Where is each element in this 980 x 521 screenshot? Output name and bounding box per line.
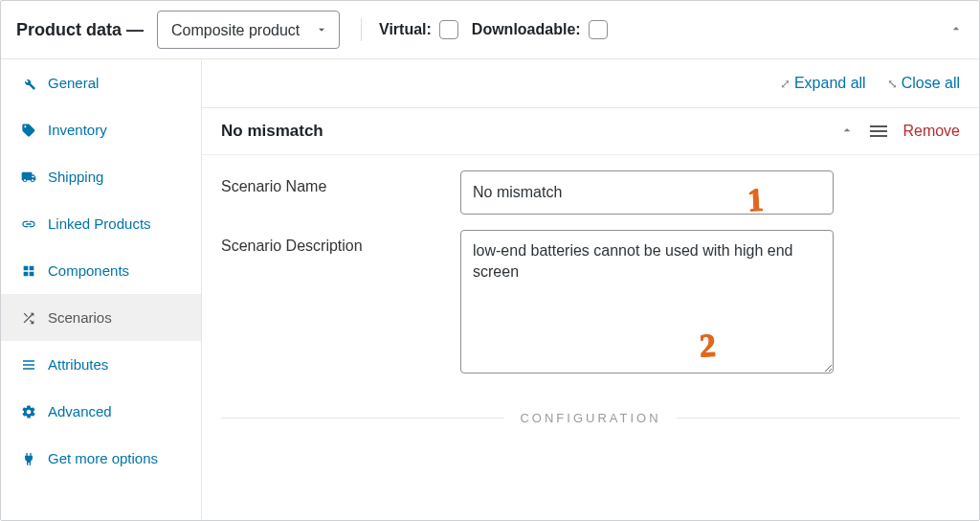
drag-handle[interactable] [868,124,889,139]
product-type-select[interactable]: Composite product [157,11,340,49]
scenario-name-label: Scenario Name [221,170,432,215]
sidebar-item-get-more-options[interactable]: Get more options [1,435,201,482]
components-icon [21,263,38,279]
sidebar-item-label: Attributes [48,356,108,373]
expand-all-label: Expand all [794,75,866,92]
content-toolbar: ⤢ Expand all ⤡ Close all [202,59,979,107]
virtual-checkbox[interactable] [439,20,458,39]
expand-icon: ⤢ [780,77,791,91]
truck-icon [21,170,38,185]
configuration-divider: CONFIGURATION [202,392,979,444]
product-data-panel: Product data — Composite product Virtual… [0,0,980,521]
expand-all-link[interactable]: ⤢ Expand all [780,75,866,92]
link-icon [21,216,38,232]
sidebar-item-components[interactable]: Components [1,247,201,294]
separator [361,18,362,41]
configuration-heading: CONFIGURATION [520,411,660,425]
scenario-header: No mismatch Remove [202,108,979,155]
shuffle-icon [21,310,38,326]
sidebar-item-label: Components [48,262,129,279]
scenario-description-input[interactable] [460,230,834,374]
virtual-label: Virtual: [379,21,432,38]
close-all-label: Close all [902,75,960,92]
sidebar-item-label: General [48,75,99,91]
list-icon [21,357,38,373]
triangle-up-icon [948,21,964,36]
tag-icon [21,123,38,138]
sidebar-item-label: Linked Products [48,215,151,232]
scenario-name-input[interactable] [460,170,834,215]
downloadable-toggle[interactable]: Downloadable: [472,20,608,39]
downloadable-checkbox[interactable] [589,20,608,39]
sidebar-item-attributes[interactable]: Attributes [1,341,201,388]
remove-scenario-link[interactable]: Remove [902,123,960,140]
sidebar-item-linked-products[interactable]: Linked Products [1,200,201,247]
virtual-toggle[interactable]: Virtual: [379,20,458,39]
sidebar-item-scenarios[interactable]: Scenarios [1,294,201,341]
scenario-block: No mismatch Remove Scenario Name [202,107,979,444]
sidebar-item-label: Inventory [48,122,107,138]
scenario-description-label: Scenario Description [221,230,432,376]
panel-header: Product data — Composite product Virtual… [1,1,979,59]
close-all-link[interactable]: ⤡ Close all [887,75,960,92]
sidebar-item-shipping[interactable]: Shipping [1,153,201,200]
sidebar-item-advanced[interactable]: Advanced [1,388,201,435]
triangle-up-icon [839,123,855,138]
sidebar-item-label: Scenarios [48,309,112,326]
content-area: ⤢ Expand all ⤡ Close all No mismatch [202,59,979,519]
scenario-collapse-toggle[interactable] [839,123,855,141]
collapse-icon: ⤡ [887,77,898,91]
sidebar-item-label: Advanced [48,403,112,419]
sidebar-item-inventory[interactable]: Inventory [1,106,201,153]
scenario-title: No mismatch [221,122,826,141]
sidebar-item-general[interactable]: General [1,59,201,106]
sidebar-item-label: Shipping [48,169,103,185]
panel-title: Product data — [16,20,144,40]
plug-icon [21,451,38,466]
sidebar-item-label: Get more options [48,450,158,466]
wrench-icon [21,76,38,91]
sidebar: General Inventory Shipping Linked Produc… [1,59,202,519]
downloadable-label: Downloadable: [472,21,581,38]
panel-collapse-toggle[interactable] [948,21,964,39]
gear-icon [21,404,38,419]
